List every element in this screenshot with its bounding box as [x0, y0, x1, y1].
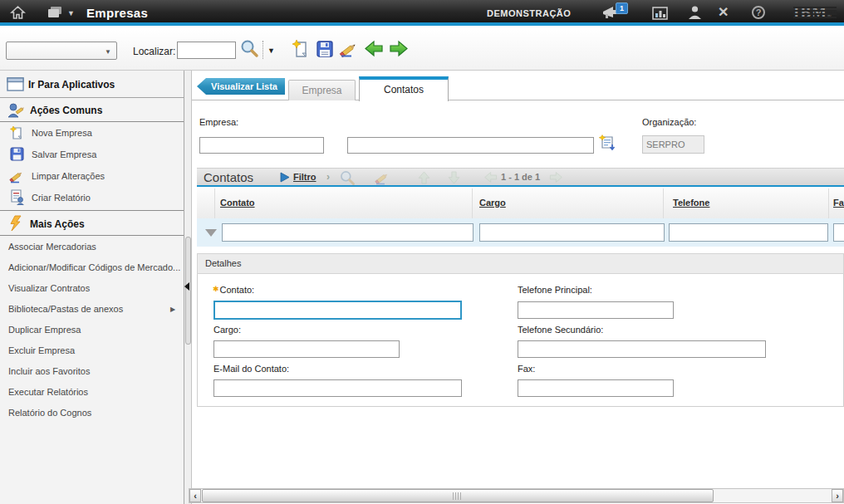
sidebar-item-salvar-empresa[interactable]: Salvar Empresa — [0, 144, 184, 165]
previous-page-icon-disabled — [484, 171, 498, 185]
row-telefone-input[interactable] — [669, 223, 828, 242]
organizacao-field: SERPRO — [642, 135, 704, 154]
detail-telefone-secundario-input[interactable] — [518, 340, 766, 358]
detail-cargo-input[interactable] — [213, 340, 400, 358]
previous-record-icon[interactable] — [365, 40, 384, 59]
sidebar-item-incluir-aos-favoritos[interactable]: Incluir aos Favoritos — [0, 360, 184, 381]
contacts-table-row — [197, 218, 844, 247]
profile-icon[interactable] — [688, 5, 702, 22]
sidebar-item-excluir-empresa[interactable]: Excluir Empresa — [0, 340, 184, 360]
detail-cargo-label: Cargo: — [213, 325, 241, 335]
row-cargo-input[interactable] — [479, 223, 665, 242]
submenu-arrow-icon: ▶ — [170, 306, 175, 313]
save-icon — [10, 147, 24, 163]
clear-changes-icon — [8, 169, 25, 185]
detail-fax-input[interactable] — [518, 379, 674, 397]
row-contato-input[interactable] — [222, 223, 474, 242]
empresa-description-input[interactable] — [347, 137, 594, 154]
column-separator — [214, 188, 215, 218]
detail-contato-label: ✱Contato: — [213, 285, 254, 295]
sidebar-collapse-icon[interactable] — [184, 282, 189, 291]
sidebar-scrollbar-thumb[interactable] — [185, 237, 191, 345]
next-page-icon-disabled — [549, 171, 562, 185]
pagination-text: 1 - 1 de 1 — [501, 172, 540, 182]
table-clear-icon-disabled — [374, 170, 390, 187]
sidebar-item-limpar-alteracoes[interactable]: Limpar Alterações — [0, 165, 184, 187]
detail-email-label: E-Mail do Contato: — [213, 364, 289, 374]
save-icon[interactable] — [316, 40, 334, 60]
previous-row-icon-disabled — [417, 171, 431, 186]
contacts-table-titlebar: Contatos Filtro › 1 - 1 de 1 — [197, 168, 844, 187]
next-record-icon[interactable] — [389, 40, 408, 59]
column-header-fax[interactable]: Fax — [833, 198, 844, 208]
tab-empresa[interactable]: Empresa — [288, 80, 356, 100]
column-separator — [472, 188, 473, 218]
app-switcher-icon[interactable] — [47, 6, 66, 22]
filtro-link[interactable]: Filtro — [293, 172, 316, 182]
filter-chevron-icon: › — [326, 171, 330, 183]
sidebar-item-visualizar-contratos[interactable]: Visualizar Contratos — [0, 277, 184, 298]
long-description-icon[interactable] — [599, 134, 616, 153]
page-title: Empresas — [86, 6, 148, 20]
column-header-cargo[interactable]: Cargo — [479, 198, 506, 208]
filter-expand-icon[interactable] — [280, 172, 290, 184]
sidebar-item-biblioteca-pastas-anexos[interactable]: Biblioteca/Pastas de anexos ▶ — [0, 298, 184, 319]
scrollbar-grip — [453, 492, 463, 500]
toolbar-separator — [263, 41, 263, 59]
search-icon[interactable] — [239, 38, 259, 60]
localizar-input[interactable] — [177, 42, 236, 59]
sidebar: Ir Para Aplicativos Ações Comuns Nova Em… — [0, 71, 184, 504]
sidebar-section-acoes-comuns: Ações Comuns — [0, 98, 184, 122]
help-icon[interactable]: ? — [752, 6, 765, 19]
empresa-code-input[interactable] — [199, 137, 324, 154]
environment-label: DEMONSTRAÇÃO — [487, 8, 571, 18]
sidebar-item-adicionar-modificar-codigos[interactable]: Adicionar/Modificar Códigos de Mercado..… — [0, 257, 184, 277]
sidebar-item-ir-para-aplicativos[interactable]: Ir Para Aplicativos — [0, 71, 184, 98]
details-section-header: Detalhes — [197, 253, 844, 274]
sidebar-item-relatorio-do-cognos[interactable]: Relatório do Cognos — [0, 402, 184, 423]
sidebar-item-duplicar-empresa[interactable]: Duplicar Empresa — [0, 319, 184, 340]
common-actions-icon — [7, 102, 25, 120]
close-icon[interactable]: ✕ — [718, 6, 729, 19]
app-switcher-select[interactable]: ▼ — [6, 42, 117, 60]
scroll-left-icon[interactable]: ‹ — [189, 489, 201, 502]
row-fax-input[interactable] — [833, 223, 844, 242]
sidebar-section-mais-acoes: Mais Ações — [0, 210, 184, 236]
reports-chart-icon[interactable] — [652, 7, 668, 22]
tab-contatos[interactable]: Contatos — [359, 76, 449, 101]
search-options-caret-icon[interactable]: ▼ — [267, 46, 275, 55]
horizontal-scrollbar[interactable]: ‹ › — [189, 488, 844, 503]
notification-badge: 1 — [616, 2, 628, 14]
column-header-contato[interactable]: Contato — [220, 198, 255, 208]
detail-telefone-principal-input[interactable] — [518, 301, 674, 319]
sidebar-item-nova-empresa[interactable]: Nova Empresa — [0, 122, 184, 144]
contacts-table-header: Contato Cargo Telefone Fax — [197, 188, 844, 218]
select-caret-icon: ▼ — [105, 48, 111, 56]
main-toolbar: ▼ Localizar: ▼ — [0, 29, 844, 71]
main-content: Visualizar Lista Empresa Contatos Empres… — [192, 71, 844, 504]
app-switcher-caret-icon[interactable]: ▼ — [67, 9, 75, 17]
empresa-label: Empresa: — [199, 117, 238, 127]
clear-changes-icon[interactable] — [339, 40, 359, 60]
detail-email-input[interactable] — [213, 379, 462, 397]
row-collapse-icon[interactable] — [205, 229, 217, 237]
ibm-logo-stripes — [793, 5, 837, 19]
contacts-table-title: Contatos — [204, 170, 253, 184]
horizontal-scrollbar-thumb[interactable] — [202, 489, 714, 502]
create-report-icon — [9, 189, 25, 207]
scroll-right-icon[interactable]: › — [832, 489, 843, 502]
sidebar-item-executar-relatorios[interactable]: Executar Relatórios — [0, 381, 184, 402]
column-header-telefone[interactable]: Telefone — [673, 198, 709, 208]
new-record-icon[interactable] — [292, 39, 311, 61]
ibm-logo: IBM® — [793, 5, 831, 19]
new-record-icon — [10, 125, 24, 142]
detail-fax-label: Fax: — [518, 364, 535, 374]
next-row-icon-disabled — [447, 171, 461, 186]
home-icon[interactable] — [10, 5, 26, 22]
sidebar-item-criar-relatorio[interactable]: Criar Relatório — [0, 187, 184, 208]
column-separator — [828, 188, 829, 218]
sidebar-item-associar-mercadorias[interactable]: Associar Mercadorias — [0, 236, 184, 257]
required-icon: ✱ — [213, 285, 219, 293]
visualizar-lista-button[interactable]: Visualizar Lista — [197, 78, 285, 95]
detail-contato-input[interactable] — [213, 301, 462, 320]
